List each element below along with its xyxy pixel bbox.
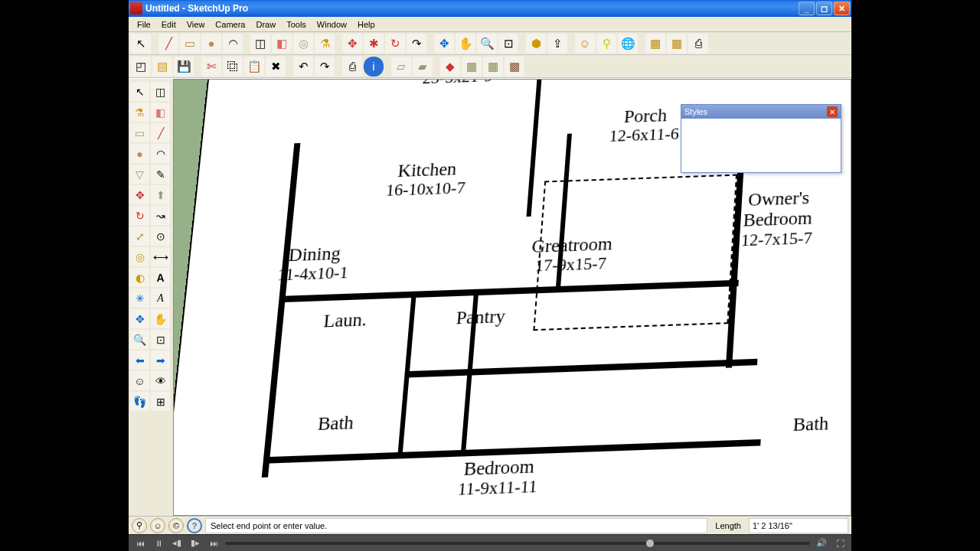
close-button[interactable]: ✕ <box>834 2 850 15</box>
person-icon[interactable]: ☺ <box>575 34 595 54</box>
tool-followme-icon[interactable]: ↝ <box>151 206 170 225</box>
layer1-icon[interactable]: ▱ <box>391 57 411 77</box>
cut-icon[interactable]: ✄ <box>201 57 221 77</box>
tool-component-icon[interactable]: ◫ <box>151 82 170 101</box>
tool-section-icon[interactable]: ⊞ <box>151 392 170 411</box>
copy-icon[interactable]: ⿻ <box>223 57 243 77</box>
menu-window[interactable]: Window <box>312 18 352 31</box>
earth-icon[interactable]: 🌐 <box>618 34 638 54</box>
player-pause-icon[interactable]: ⏸ <box>152 537 165 549</box>
open-file-icon[interactable]: ▤ <box>152 57 172 77</box>
player-stepback-icon[interactable]: ◂▮ <box>170 537 184 549</box>
rotate-icon[interactable]: ✱ <box>364 34 384 54</box>
tool-select-icon[interactable]: ↖ <box>130 82 149 101</box>
tool-paint-icon[interactable]: ⚗ <box>130 103 149 122</box>
viewport[interactable]: 23-5x21-9 Porch 12-6x11-6 Kitchen 16-10x… <box>173 79 851 516</box>
pan-icon[interactable]: ✋ <box>456 34 475 54</box>
new-file-icon[interactable]: ◰ <box>131 57 151 77</box>
arc-icon[interactable]: ◠ <box>223 34 243 54</box>
menu-view[interactable]: View <box>181 18 211 31</box>
menu-tools[interactable]: Tools <box>281 18 312 31</box>
tool-next-icon[interactable]: ➡ <box>151 350 170 370</box>
claim-button[interactable]: © <box>168 518 184 533</box>
player-prev-icon[interactable]: ⏮ <box>133 537 147 549</box>
layer2-icon[interactable]: ▰ <box>413 57 433 77</box>
model-info-icon[interactable]: i <box>364 57 384 77</box>
tool-arc-icon[interactable]: ◠ <box>151 144 170 163</box>
orbit-icon[interactable]: ✥ <box>434 34 454 54</box>
section-icon[interactable]: ◆ <box>440 57 460 77</box>
geo-button[interactable]: ⚲ <box>132 518 147 533</box>
menu-edit[interactable]: Edit <box>156 18 181 31</box>
player-volume-icon[interactable]: 🔊 <box>815 537 828 549</box>
tool-pushpull-icon[interactable]: ⬆ <box>151 185 170 204</box>
select-icon[interactable]: ↖ <box>131 34 151 54</box>
comp1-icon[interactable]: ▦ <box>462 57 482 77</box>
tool-scale-icon[interactable]: ⤢ <box>130 227 149 246</box>
share-icon[interactable]: ⇪ <box>547 34 567 54</box>
player-fullscreen-icon[interactable]: ⛶ <box>833 537 847 549</box>
zoom-icon[interactable]: 🔍 <box>477 34 497 54</box>
move-icon[interactable]: ✥ <box>342 34 362 54</box>
player-next-icon[interactable]: ⏭ <box>207 537 220 549</box>
tool-tape-icon[interactable]: ◎ <box>130 247 149 266</box>
menu-file[interactable]: File <box>132 18 156 31</box>
credits-button[interactable]: ☺ <box>150 518 165 533</box>
box2-icon[interactable]: ▦ <box>667 34 687 54</box>
tool-look-icon[interactable]: 👁 <box>151 371 170 390</box>
eraser-icon[interactable]: ◧ <box>272 34 292 54</box>
redo-icon[interactable]: ↷ <box>315 57 335 77</box>
comp2-icon[interactable]: ▦ <box>483 57 503 77</box>
pushpin-icon[interactable]: ⚲ <box>596 34 616 54</box>
styles-panel-titlebar[interactable]: Styles ✕ <box>681 105 841 119</box>
tool-3dtext-icon[interactable]: A <box>151 289 170 308</box>
titlebar[interactable]: Untitled - SketchUp Pro _ ◻ ✕ <box>129 0 851 17</box>
undo-icon[interactable]: ↶ <box>293 57 313 77</box>
paste-icon[interactable]: 📋 <box>244 57 264 77</box>
help-icon[interactable]: ? <box>187 518 202 533</box>
tool-protractor-icon[interactable]: ◐ <box>130 268 149 287</box>
menu-draw[interactable]: Draw <box>250 18 281 31</box>
zoom-extents-icon[interactable]: ⊡ <box>498 34 518 54</box>
length-value[interactable]: 1' 2 13/16" <box>749 518 848 533</box>
print-setup-icon[interactable]: ⎙ <box>342 57 362 77</box>
save-file-icon[interactable]: 💾 <box>174 57 194 77</box>
circle-icon[interactable]: ● <box>201 34 221 54</box>
rectangle-icon[interactable]: ▭ <box>180 34 200 54</box>
scale-icon[interactable]: ↻ <box>385 34 405 54</box>
tool-axes-icon[interactable]: ✳ <box>130 289 149 308</box>
warehouse-icon[interactable]: ⬢ <box>526 34 546 54</box>
tool-zoom-icon[interactable]: 🔍 <box>130 330 149 349</box>
tool-offset-icon[interactable]: ⊙ <box>151 227 170 246</box>
player-seek-handle[interactable] <box>646 540 654 547</box>
tool-text-icon[interactable]: A <box>151 268 170 287</box>
styles-panel[interactable]: Styles ✕ <box>681 104 841 173</box>
minimize-button[interactable]: _ <box>799 2 815 15</box>
component-icon[interactable]: ◫ <box>250 34 270 54</box>
tool-zoomwin-icon[interactable]: ⊡ <box>151 330 170 349</box>
tool-position-icon[interactable]: ☺ <box>130 371 149 390</box>
menu-help[interactable]: Help <box>352 18 381 31</box>
menu-camera[interactable]: Camera <box>210 18 250 31</box>
tool-line-icon[interactable]: ╱ <box>151 123 170 142</box>
tool-eraser-icon[interactable]: ◧ <box>151 103 170 122</box>
texture-icon[interactable]: ▩ <box>505 57 524 77</box>
player-stepfwd-icon[interactable]: ▮▸ <box>188 537 202 549</box>
tape-measure-icon[interactable]: ◎ <box>293 34 313 54</box>
tool-freehand-icon[interactable]: ✎ <box>151 165 170 184</box>
delete-icon[interactable]: ✖ <box>266 57 286 77</box>
tool-polygon-icon[interactable]: ▽ <box>130 165 149 184</box>
styles-panel-close-icon[interactable]: ✕ <box>827 106 838 117</box>
tool-rotate-icon[interactable]: ↻ <box>130 206 149 225</box>
tool-orbit-icon[interactable]: ✥ <box>130 309 149 328</box>
tool-rect-icon[interactable]: ▭ <box>130 123 149 142</box>
tool-prev-icon[interactable]: ⬅ <box>130 350 149 370</box>
box1-icon[interactable]: ▦ <box>645 34 665 54</box>
tool-circle-icon[interactable]: ● <box>130 144 149 163</box>
tool-move-icon[interactable]: ✥ <box>130 185 149 204</box>
maximize-button[interactable]: ◻ <box>816 2 832 15</box>
offset-icon[interactable]: ↷ <box>407 34 426 54</box>
tool-dimension-icon[interactable]: ⟷ <box>151 247 170 266</box>
paint-bucket-icon[interactable]: ⚗ <box>315 34 335 54</box>
tool-walk-icon[interactable]: 👣 <box>130 392 149 411</box>
